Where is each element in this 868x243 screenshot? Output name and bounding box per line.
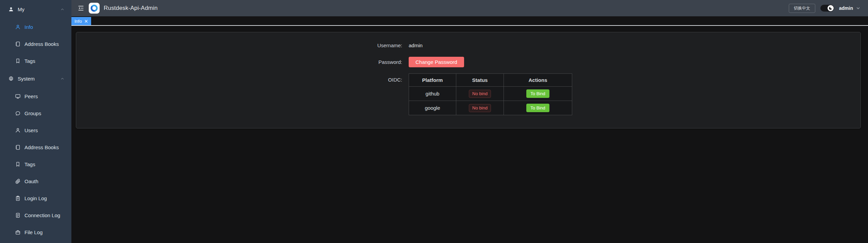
moon-icon: [829, 6, 833, 10]
app-logo: [89, 3, 100, 14]
user-icon: [15, 24, 21, 30]
password-row: Password: Change Password: [76, 57, 861, 67]
sidebar-item-label: Tags: [24, 161, 35, 167]
chevron-up-icon: [60, 7, 65, 12]
bookmark-icon: [15, 58, 21, 64]
menu-fold-icon[interactable]: [78, 5, 84, 12]
app-root: My Info Address Books Tags: [0, 0, 868, 243]
change-password-button[interactable]: Change Password: [409, 57, 464, 67]
to-bind-button-google[interactable]: To Bind: [526, 104, 549, 112]
sidebar-item-peers[interactable]: Peers: [0, 88, 71, 105]
sidebar-item-info[interactable]: Info: [0, 18, 71, 35]
rustdesk-logo-icon: [90, 4, 98, 12]
monitor-icon: [15, 93, 21, 99]
sidebar-item-login-log[interactable]: Login Log: [0, 190, 71, 207]
status-badge: No bind: [469, 90, 491, 98]
username-value: admin: [409, 40, 423, 51]
sidebar-item-tags-system[interactable]: Tags: [0, 156, 71, 173]
status-cell: No bind: [456, 87, 504, 101]
table-row-google: google No bind To Bind: [409, 101, 572, 115]
tab-info[interactable]: Info: [71, 17, 91, 25]
sidebar-item-connection-log[interactable]: Connection Log: [0, 207, 71, 224]
sidebar: My Info Address Books Tags: [0, 0, 71, 243]
user-menu[interactable]: admin: [839, 5, 861, 11]
bookmark-icon: [15, 161, 21, 167]
info-card: Username: admin Password: Change Passwor…: [76, 32, 861, 128]
dark-mode-toggle[interactable]: [820, 5, 834, 12]
main-content: Username: admin Password: Change Passwor…: [71, 27, 868, 243]
actions-cell: To Bind: [504, 87, 572, 101]
user-icon: [15, 127, 21, 133]
password-label: Password:: [76, 57, 409, 67]
sidebar-item-label: File Log: [24, 229, 42, 235]
sidebar-item-label: Groups: [24, 110, 41, 116]
page-title: Rustdesk-Api-Admin: [104, 5, 158, 12]
paperclip-icon: [15, 178, 21, 184]
sidebar-item-label: Info: [24, 24, 33, 30]
column-header-platform: Platform: [409, 74, 456, 87]
oidc-row: OIDC: Platform Status Actions: [76, 73, 861, 115]
table-header-row: Platform Status Actions: [409, 74, 572, 87]
username-label: Username:: [76, 40, 409, 51]
notebook-icon: [15, 41, 21, 47]
sidebar-item-address-books-my[interactable]: Address Books: [0, 35, 71, 52]
sidebar-group-system[interactable]: System: [0, 69, 71, 88]
sidebar-item-tags-my[interactable]: Tags: [0, 52, 71, 69]
user-name: admin: [839, 5, 853, 11]
oidc-table: Platform Status Actions github No bind: [409, 73, 572, 115]
archive-icon: [15, 229, 21, 235]
sidebar-item-label: Address Books: [24, 41, 59, 47]
sidebar-item-oauth[interactable]: Oauth: [0, 173, 71, 190]
platform-cell: google: [409, 101, 456, 115]
sidebar-item-label: Connection Log: [24, 212, 60, 218]
oidc-label: OIDC:: [76, 73, 409, 86]
sidebar-item-file-log[interactable]: File Log: [0, 224, 71, 241]
username-row: Username: admin: [76, 40, 861, 51]
chat-icon: [15, 110, 21, 116]
sidebar-group-label: System: [18, 76, 35, 82]
sidebar-item-label: Users: [24, 127, 38, 133]
tab-label: Info: [74, 19, 82, 24]
notebook-icon: [15, 144, 21, 150]
sidebar-item-groups[interactable]: Groups: [0, 105, 71, 122]
sidebar-group-my[interactable]: My: [0, 0, 71, 18]
sidebar-item-label: Tags: [24, 58, 35, 64]
toggle-knob: [828, 5, 834, 11]
info-form: Username: admin Password: Change Passwor…: [76, 32, 861, 115]
document-icon: [15, 212, 21, 218]
sidebar-item-label: Peers: [24, 93, 38, 99]
tab-bar: Info: [71, 16, 868, 26]
sidebar-item-label: Login Log: [24, 195, 47, 201]
sidebar-item-users[interactable]: Users: [0, 122, 71, 139]
column-header-actions: Actions: [504, 74, 572, 87]
header-actions: 切换中文 admin: [789, 4, 861, 13]
to-bind-button-github[interactable]: To Bind: [526, 89, 549, 98]
chevron-down-icon: [856, 6, 861, 11]
clipboard-icon: [15, 195, 21, 201]
user-icon: [8, 6, 14, 12]
actions-cell: To Bind: [504, 101, 572, 115]
platform-cell: github: [409, 87, 456, 101]
chevron-up-icon: [60, 76, 65, 81]
status-badge: No bind: [469, 104, 491, 112]
sidebar-item-address-books-system[interactable]: Address Books: [0, 139, 71, 156]
status-cell: No bind: [456, 101, 504, 115]
sidebar-item-label: Oauth: [24, 178, 38, 184]
close-icon[interactable]: [84, 19, 88, 23]
table-row-github: github No bind To Bind: [409, 87, 572, 101]
column-header-status: Status: [456, 74, 504, 87]
gear-icon: [8, 76, 14, 82]
sidebar-group-label: My: [18, 6, 24, 12]
sidebar-item-label: Address Books: [24, 144, 59, 150]
language-switch-button[interactable]: 切换中文: [789, 4, 815, 13]
top-header: Rustdesk-Api-Admin 切换中文 admin: [71, 0, 868, 16]
